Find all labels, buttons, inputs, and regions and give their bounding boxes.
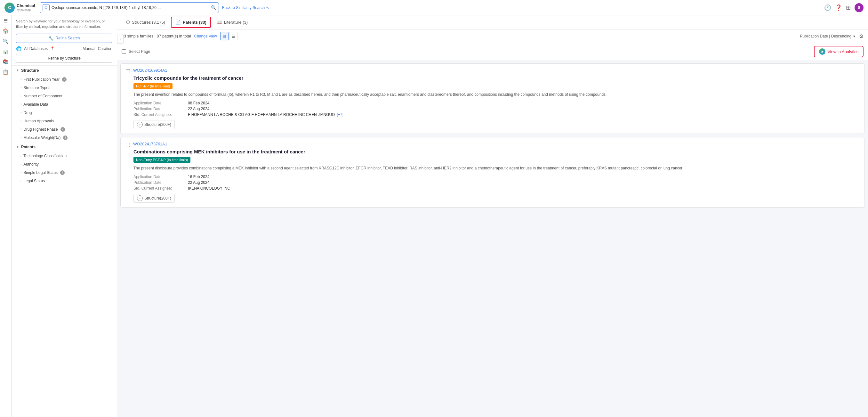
analytics-icon: ◉ [819, 48, 826, 55]
all-databases-label[interactable]: All Databases [24, 47, 48, 51]
pub-date-label-2: Publication Date: [133, 180, 188, 185]
patent-card-2: WO2024173761A1 Combinations comprising M… [120, 137, 865, 208]
menu-icon[interactable]: ☰ [3, 18, 8, 24]
patent-2-meta: Application Date: 16 Feb 2024 Publicatio… [133, 175, 859, 190]
list-icon[interactable]: 📋 [3, 69, 9, 75]
clock-icon[interactable]: 🕐 [824, 4, 831, 11]
patent-1-abstract: The present invention relates to compoun… [133, 92, 859, 98]
meta-assignee-2: Std. Current Assignee: IKENA ONCOLOGY IN… [133, 186, 859, 190]
patent-2-id[interactable]: WO2024173761A1 [133, 142, 167, 146]
sidebar-item-drug[interactable]: › Drug [11, 109, 117, 117]
sidebar-item-legal-status[interactable]: › Legal Status [11, 177, 117, 185]
available-data-label: Available Data [23, 102, 48, 107]
analytics-button[interactable]: ◉ View in Analytics [814, 46, 864, 57]
search-magnify-icon[interactable]: 🔍 [211, 5, 216, 10]
book-icon[interactable]: 📚 [3, 59, 9, 65]
refine-search-label: Refine Search [55, 36, 80, 40]
tab-literature[interactable]: 📖 Literature (3) [212, 16, 252, 29]
settings-icon[interactable]: ⚙ [859, 33, 864, 39]
chart-icon[interactable]: 📊 [3, 49, 9, 55]
chevron-right-icon: › [21, 119, 22, 123]
sidebar-hint: Search by keyword for your technology or… [11, 16, 117, 32]
filter-icon: 🔧 [48, 36, 54, 41]
patents-tab-label: Patents (33) [183, 20, 207, 25]
select-row: Select Page ◉ View in Analytics [117, 43, 868, 60]
literature-tab-label: Literature (3) [224, 20, 248, 25]
sidebar-item-structure-types[interactable]: › Structure Types [11, 84, 117, 92]
authority-label: Authority [23, 162, 38, 167]
sidebar-item-simple-legal-status[interactable]: › Simple Legal Status i [11, 169, 117, 177]
grid-icon[interactable]: ⊞ [846, 4, 851, 11]
home-icon[interactable]: 🏠 [3, 28, 9, 34]
curation-label[interactable]: Curation [98, 47, 112, 51]
sort-label: Publication Date | Descending [800, 34, 852, 38]
pin-icon: 📍 [50, 47, 55, 51]
grid-view-button[interactable]: ⊞ [220, 32, 228, 40]
patent-2-checkbox[interactable] [126, 143, 130, 147]
search-bar: ⬡ 🔍 [40, 2, 219, 13]
tab-patents[interactable]: 📄 Patents (33) [171, 17, 211, 28]
help-icon[interactable]: ❓ [835, 4, 842, 11]
chevron-right-icon: › [21, 162, 22, 166]
structure-section-title[interactable]: ▼ Structure [11, 66, 117, 75]
sidebar-item-molecular-weight[interactable]: › Molecular Weight(Da) i [11, 133, 117, 142]
content-area: WO2024169914A1 Tricyclic compounds for t… [117, 60, 868, 417]
nav-right: 🕐 ❓ ⊞ S [824, 3, 864, 12]
sort-dropdown[interactable]: Publication Date | Descending ▼ [800, 34, 856, 38]
human-approvals-label: Human Approvals [23, 119, 54, 123]
sidebar-item-num-component[interactable]: › Number of Component [11, 92, 117, 100]
logo-icon: C [4, 3, 15, 13]
info-icon: i [60, 170, 65, 175]
patent-1-title[interactable]: Tricyclic compounds for the treatment of… [133, 75, 859, 81]
patent-1-assignee-more[interactable]: [+7] [337, 112, 343, 117]
patent-2-structure-tag[interactable]: ○ Structure(200+) [133, 194, 175, 203]
sidebar-item-first-pub-year[interactable]: › First Publication Year i [11, 75, 117, 84]
sidebar-item-tech-classification[interactable]: › Technology Classification [11, 152, 117, 160]
sidebar-item-authority[interactable]: › Authority [11, 160, 117, 169]
list-view-button[interactable]: ☰ [229, 32, 238, 40]
sidebar-item-human-approvals[interactable]: › Human Approvals [11, 117, 117, 125]
patent-1-structure-label: Structure(200+) [144, 122, 171, 127]
patent-1-badge: PCT-NP (In time limit) [133, 83, 859, 89]
sidebar-item-available-data[interactable]: › Available Data [11, 100, 117, 109]
refine-structure-button[interactable]: Refine by Structure [16, 54, 112, 63]
tab-structures[interactable]: ⬡ Structures (3,175) [122, 16, 169, 29]
magnify-icon[interactable]: 🔍 [3, 38, 9, 44]
patents-section-title[interactable]: ▼ Patents [11, 142, 117, 152]
sidebar: Search by keyword for your technology or… [11, 16, 117, 417]
patent-2-app-date: 16 Feb 2024 [188, 175, 209, 179]
avatar[interactable]: S [855, 3, 864, 12]
drug-label: Drug [23, 111, 32, 115]
info-icon: i [63, 136, 67, 140]
change-view-button[interactable]: Change View [194, 34, 217, 38]
logo-sub: by patsnap [17, 8, 35, 11]
back-arrow-icon: ↖ [266, 5, 269, 10]
badge-teal: Non-Entry PCT-NP (In time limit)) [133, 157, 190, 163]
structures-tab-icon: ⬡ [126, 20, 130, 25]
patents-tab-icon: 📄 [176, 20, 181, 25]
patent-1-assignee: F HOFFMANN LA ROCHE & CO AG F HOFFMANN L… [188, 112, 335, 117]
sidebar-item-drug-highest-phase[interactable]: › Drug Highest Phase i [11, 125, 117, 133]
select-page-checkbox[interactable] [122, 49, 126, 54]
view-icons: ⊞ ☰ [220, 32, 238, 40]
refine-search-button[interactable]: 🔧 Refine Search [16, 34, 112, 43]
tech-classification-label: Technology Classification [23, 154, 67, 158]
patent-1-id[interactable]: WO2024169914A1 [133, 68, 167, 73]
sidebar-toggle[interactable]: ‹ [117, 35, 124, 43]
patent-2-pub-date: 22 Aug 2024 [188, 180, 209, 185]
search-input[interactable] [52, 5, 209, 10]
chevron-down-icon: ▼ [16, 68, 19, 72]
assignee-label: Std. Current Assignee: [133, 112, 188, 117]
patent-1-structure-tag[interactable]: ○ Structure(200+) [133, 120, 175, 129]
patent-1-checkbox[interactable] [126, 69, 130, 73]
back-to-similarity[interactable]: Back to Similarity Search ↖ [222, 5, 269, 10]
patent-2-title[interactable]: Combinations comprising MEK inhibitors f… [133, 149, 859, 154]
main-content: ⬡ Structures (3,175) 📄 Patents (33) 📖 Li… [117, 16, 868, 417]
pub-date-label: Publication Date: [133, 107, 188, 111]
results-summary: 33 simple families | 87 patent(s) in tot… [122, 34, 191, 38]
manual-label[interactable]: Manual [83, 47, 95, 51]
toolbar: 33 simple families | 87 patent(s) in tot… [117, 29, 868, 43]
chevron-right-icon: › [21, 171, 22, 174]
select-page-label[interactable]: Select Page [122, 49, 150, 54]
refine-structure-label: Refine by Structure [48, 56, 81, 61]
